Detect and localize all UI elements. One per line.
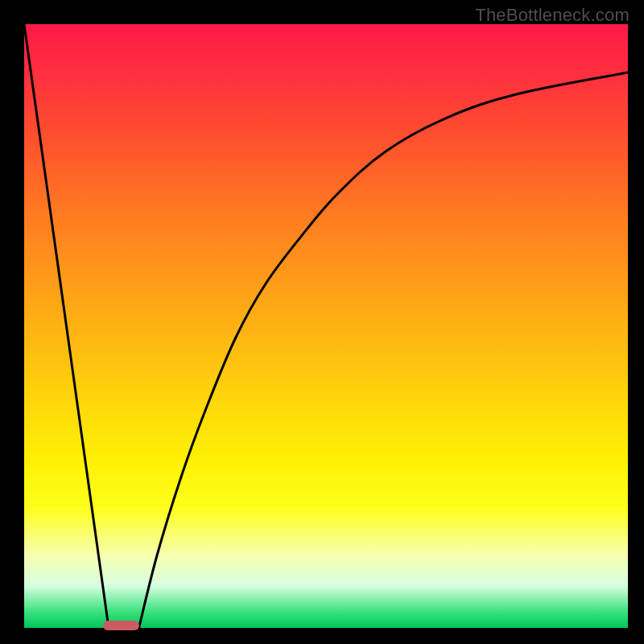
curve-right-branch <box>139 72 629 628</box>
watermark-text: TheBottleneck.com <box>475 5 630 26</box>
chart-frame: TheBottleneck.com <box>0 0 644 644</box>
curve-left-branch <box>24 24 109 628</box>
curve-layer <box>24 24 628 628</box>
minimum-marker <box>103 621 139 630</box>
plot-area <box>24 24 628 628</box>
